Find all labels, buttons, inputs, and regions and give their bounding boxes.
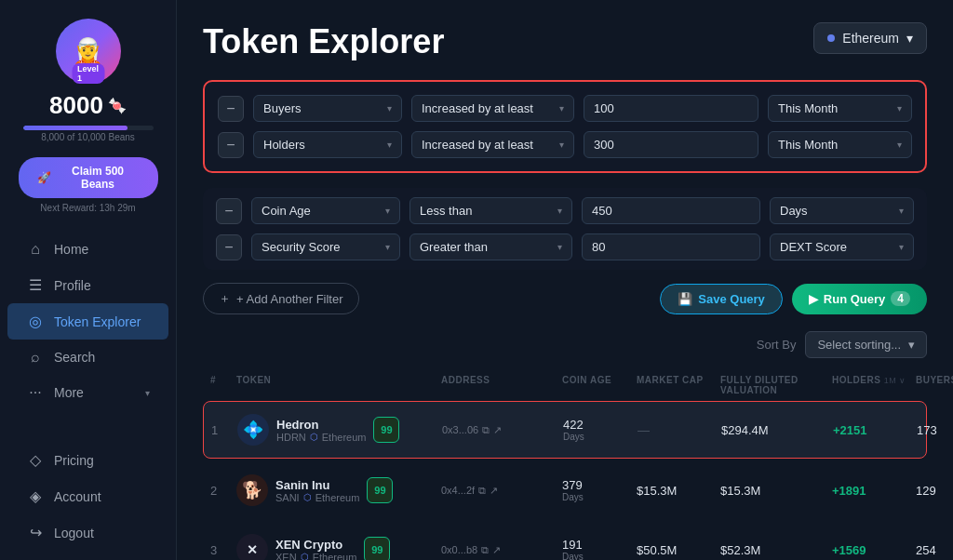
filter-field-1[interactable]: Buyers ▾: [253, 95, 402, 122]
token-avatar: 🐕: [236, 474, 268, 506]
token-details: Sanin Inu SANI ⬡ Ethereum: [275, 478, 359, 503]
sort-selector[interactable]: Select sorting... ▾: [805, 331, 927, 358]
token-ticker: XEN ⬡ Ethereum: [275, 552, 356, 561]
filter-condition-3[interactable]: Less than ▾: [409, 197, 572, 224]
token-avatar: ✕: [236, 534, 268, 560]
external-link-icon[interactable]: ↗: [492, 544, 501, 556]
sidebar-item-pricing[interactable]: ◇ Pricing: [7, 442, 168, 478]
chevron-icon: ▾: [385, 206, 390, 216]
filter-remove-1[interactable]: −: [218, 96, 244, 122]
page-title: Token Explorer: [203, 22, 444, 61]
results-table: # TOKEN ADDRESS COIN AGE MARKET CAP FULL…: [203, 369, 927, 560]
buyers-cell: 254: [916, 543, 953, 557]
filter-condition-4[interactable]: Greater than ▾: [409, 233, 572, 260]
table-row[interactable]: 2 🐕 Sanin Inu SANI ⬡ Ethereum 99 0x4...2…: [203, 462, 927, 518]
main-content: Token Explorer Ethereum ▾ − Buyers ▾ Inc…: [177, 0, 953, 560]
holders-cell: +1569: [832, 543, 916, 557]
filters-actions: ＋ + Add Another Filter 💾 Save Query ▶ Ru…: [203, 283, 927, 314]
filter-period-2[interactable]: This Month ▾: [768, 131, 912, 158]
sidebar-item-label: Logout: [54, 526, 94, 540]
sidebar-item-profile[interactable]: ☰ Profile: [7, 267, 168, 303]
sidebar-item-token-explorer[interactable]: ◎ Token Explorer: [7, 303, 168, 340]
filter-period-label: DEXT Score: [780, 240, 847, 254]
sort-placeholder: Select sorting...: [817, 338, 901, 352]
filter-condition-2[interactable]: Increased by at least ▾: [411, 131, 574, 158]
add-filter-button[interactable]: ＋ + Add Another Filter: [203, 283, 359, 314]
chevron-icon: ▾: [897, 103, 902, 113]
level-badge: Level 1: [72, 63, 104, 84]
filter-value-2[interactable]: 300: [584, 131, 758, 158]
filter-value-1[interactable]: 100: [584, 95, 758, 122]
filter-value-4[interactable]: 80: [582, 233, 760, 260]
token-details: Hedron HDRN ⬡ Ethereum: [276, 418, 366, 443]
sidebar-item-home[interactable]: ⌂ Home: [7, 232, 168, 267]
copy-icon[interactable]: ⧉: [482, 424, 490, 436]
beans-progress: 8,000 of 10,000 Beans: [23, 126, 154, 142]
buyers-cell: 173: [917, 423, 953, 437]
sidebar-item-label: Token Explorer: [54, 314, 141, 329]
market-cap-cell: $15.3M: [637, 484, 720, 498]
sort-row: Sort By Select sorting... ▾: [203, 331, 927, 358]
ethereum-dot: [827, 34, 835, 42]
address-cell: 0x0...b8 ⧉ ↗: [441, 544, 562, 556]
filter-field-label: Buyers: [263, 101, 301, 115]
copy-icon[interactable]: ⧉: [481, 544, 489, 556]
token-avatar: 💠: [237, 414, 269, 446]
filter-field-4[interactable]: Security Score ▾: [251, 233, 400, 260]
external-link-icon[interactable]: ↗: [490, 485, 498, 497]
filter-field-2[interactable]: Holders ▾: [253, 131, 402, 158]
table-header: # TOKEN ADDRESS COIN AGE MARKET CAP FULL…: [203, 369, 927, 401]
table-row[interactable]: 1 💠 Hedron HDRN ⬡ Ethereum 99 0x3...06 ⧉…: [203, 401, 927, 459]
filter-condition-1[interactable]: Increased by at least ▾: [411, 95, 574, 122]
save-query-button[interactable]: 💾 Save Query: [660, 284, 783, 314]
sidebar-item-more[interactable]: ··· More ▾: [7, 375, 168, 410]
page-header: Token Explorer Ethereum ▾: [203, 22, 927, 61]
save-icon: 💾: [678, 292, 692, 306]
run-query-button[interactable]: ▶ Run Query 4: [792, 284, 927, 314]
external-link-icon[interactable]: ↗: [493, 424, 502, 436]
filter-remove-4[interactable]: −: [216, 234, 242, 260]
fdv-cell: $294.4M: [721, 423, 833, 437]
sidebar-item-label: More: [54, 385, 84, 400]
sidebar-item-logout[interactable]: ↪ Logout: [7, 514, 168, 551]
filter-remove-3[interactable]: −: [216, 198, 242, 224]
filter-period-4[interactable]: DEXT Score ▾: [770, 233, 914, 260]
save-label: Save Query: [698, 292, 765, 306]
token-info: 🐕 Sanin Inu SANI ⬡ Ethereum 99: [236, 474, 441, 506]
filter-period-3[interactable]: Days ▾: [770, 197, 914, 224]
beans-label: 8,000 of 10,000 Beans: [23, 132, 154, 142]
chevron-down-icon: ▾: [908, 338, 915, 352]
chevron-icon: ▾: [899, 242, 904, 252]
bottom-nav: ◇ Pricing ◈ Account ↪ Logout: [0, 442, 176, 551]
token-ticker: SANI ⬡ Ethereum: [275, 492, 359, 503]
candy-icon: 🍬: [108, 97, 127, 114]
row-number: 2: [210, 484, 236, 498]
filter-condition-label: Greater than: [420, 240, 488, 254]
filter-field-label: Security Score: [262, 240, 341, 254]
chevron-icon: ▾: [387, 140, 392, 150]
copy-icon[interactable]: ⧉: [478, 485, 486, 497]
col-address: ADDRESS: [441, 375, 562, 395]
network-selector[interactable]: Ethereum ▾: [813, 22, 927, 54]
sidebar-item-search[interactable]: ⌕ Search: [7, 340, 168, 375]
table-row[interactable]: 3 ✕ XEN Crypto XEN ⬡ Ethereum 99 0x0...b…: [203, 522, 927, 560]
play-icon: ▶: [809, 292, 818, 306]
filter-remove-2[interactable]: −: [218, 132, 244, 158]
rocket-icon: 🚀: [37, 171, 51, 184]
filter-period-1[interactable]: This Month ▾: [768, 95, 912, 122]
avatar: 🧝 Level 1: [56, 19, 121, 84]
filter-value-label: 300: [594, 138, 614, 152]
token-info: ✕ XEN Crypto XEN ⬡ Ethereum 99: [236, 534, 441, 560]
filter-value-3[interactable]: 450: [582, 197, 760, 224]
chevron-icon: ▾: [559, 103, 564, 113]
claim-beans-button[interactable]: 🚀 Claim 500 Beans: [19, 157, 158, 198]
col-holders: HOLDERS 1M ∨: [832, 375, 916, 395]
eth-icon: ⬡: [310, 432, 318, 442]
filter-field-3[interactable]: Coin Age ▾: [251, 197, 400, 224]
sidebar-item-account[interactable]: ◈ Account: [7, 478, 168, 514]
address-cell: 0x3...06 ⧉ ↗: [442, 424, 563, 436]
more-icon: ···: [26, 384, 45, 401]
fdv-cell: $15.3M: [720, 484, 832, 498]
filters-plain-box: − Coin Age ▾ Less than ▾ 450 Days ▾ − Se…: [203, 188, 927, 270]
token-ticker: HDRN ⬡ Ethereum: [276, 432, 366, 443]
